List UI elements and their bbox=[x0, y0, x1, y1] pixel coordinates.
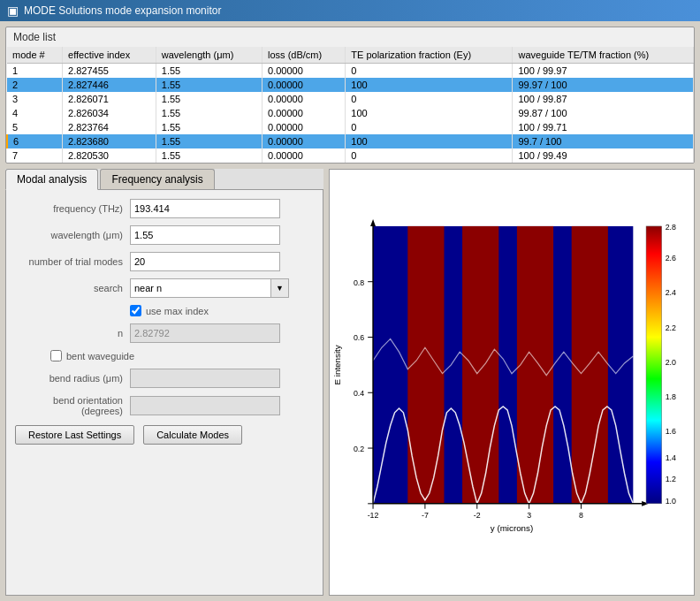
col-te-pol: TE polarization fraction (Ey) bbox=[346, 47, 513, 64]
svg-rect-3 bbox=[517, 226, 553, 504]
table-cell: 100 / 99.97 bbox=[513, 64, 694, 79]
table-cell: 0.00000 bbox=[262, 134, 346, 148]
svg-text:-12: -12 bbox=[368, 512, 379, 521]
table-row[interactable]: 32.8260711.550.000000100 / 99.87 bbox=[7, 92, 694, 106]
svg-text:3: 3 bbox=[527, 512, 531, 521]
wavelength-row: wavelength (μm) bbox=[15, 225, 314, 245]
mode-plot: -12 -7 -2 3 8 y (microns) bbox=[330, 170, 694, 595]
table-cell: 99.7 / 100 bbox=[513, 134, 694, 148]
dropdown-arrow-icon[interactable]: ▼ bbox=[271, 278, 289, 298]
table-cell: 99.87 / 100 bbox=[513, 106, 694, 120]
bend-radius-input[interactable] bbox=[130, 369, 280, 388]
col-wavelength: wavelength (μm) bbox=[156, 47, 262, 64]
frequency-input[interactable] bbox=[130, 199, 280, 218]
svg-text:0.2: 0.2 bbox=[354, 445, 364, 453]
table-cell: 100 bbox=[346, 78, 513, 92]
col-loss: loss (dB/cm) bbox=[262, 47, 346, 64]
col-eff-index: effective index bbox=[63, 47, 156, 64]
left-panel: Modal analysis Frequency analysis freque… bbox=[5, 169, 323, 596]
search-select[interactable]: near n bbox=[130, 278, 271, 298]
table-cell: 99.97 / 100 bbox=[513, 78, 694, 92]
search-label: search bbox=[15, 283, 130, 293]
table-cell: 3 bbox=[7, 92, 63, 106]
table-cell: 0.00000 bbox=[262, 148, 346, 163]
app-icon: ▣ bbox=[7, 4, 19, 18]
table-cell: 0 bbox=[346, 148, 513, 163]
svg-text:E intensity: E intensity bbox=[332, 345, 342, 384]
table-row[interactable]: 72.8205301.550.000000100 / 99.49 bbox=[7, 148, 694, 163]
svg-text:-2: -2 bbox=[474, 512, 481, 521]
n-label: n bbox=[15, 328, 130, 339]
table-cell: 6 bbox=[7, 134, 63, 148]
table-cell: 100 bbox=[346, 106, 513, 120]
tab-modal-analysis[interactable]: Modal analysis bbox=[5, 169, 98, 190]
bend-orientation-row: bend orientation (degrees) bbox=[15, 395, 314, 416]
tabs-bar: Modal analysis Frequency analysis bbox=[5, 169, 323, 190]
svg-marker-8 bbox=[370, 219, 376, 226]
n-input[interactable] bbox=[130, 323, 280, 343]
svg-text:8: 8 bbox=[579, 512, 583, 521]
bend-radius-row: bend radius (μm) bbox=[15, 369, 314, 388]
table-cell: 0.00000 bbox=[262, 120, 346, 134]
table-cell: 2 bbox=[7, 78, 63, 92]
table-cell: 2.826034 bbox=[63, 106, 156, 120]
frequency-label: frequency (THz) bbox=[15, 203, 130, 214]
bend-orientation-input[interactable] bbox=[130, 396, 280, 415]
frequency-row: frequency (THz) bbox=[15, 199, 314, 218]
svg-text:2.0: 2.0 bbox=[666, 358, 676, 367]
table-cell: 2.826071 bbox=[63, 92, 156, 106]
table-cell: 1.55 bbox=[156, 120, 262, 134]
restore-settings-button[interactable]: Restore Last Settings bbox=[15, 425, 134, 445]
mode-list-panel: Mode list mode # effective index wavelen… bbox=[5, 27, 695, 164]
table-cell: 0.00000 bbox=[262, 106, 346, 120]
table-cell: 2.823764 bbox=[63, 120, 156, 134]
svg-text:y (microns): y (microns) bbox=[491, 523, 533, 533]
svg-text:-7: -7 bbox=[422, 512, 429, 521]
trial-modes-row: number of trial modes bbox=[15, 252, 314, 271]
wavelength-input[interactable] bbox=[130, 225, 280, 245]
svg-text:2.8: 2.8 bbox=[666, 223, 676, 232]
table-cell: 1.55 bbox=[156, 78, 262, 92]
trial-modes-input[interactable] bbox=[130, 252, 280, 271]
table-cell: 0.00000 bbox=[262, 92, 346, 106]
tab-frequency-analysis[interactable]: Frequency analysis bbox=[100, 169, 214, 189]
bent-waveguide-row: bent waveguide bbox=[50, 350, 314, 361]
wavelength-label: wavelength (μm) bbox=[15, 230, 130, 240]
svg-rect-4 bbox=[572, 226, 608, 504]
svg-text:2.4: 2.4 bbox=[666, 288, 676, 297]
calculate-modes-button[interactable]: Calculate Modes bbox=[143, 425, 242, 445]
use-max-index-row: use max index bbox=[130, 305, 314, 316]
svg-text:0.8: 0.8 bbox=[354, 278, 364, 287]
table-row[interactable]: 52.8237641.550.000000100 / 99.71 bbox=[7, 120, 694, 134]
svg-text:1.6: 1.6 bbox=[666, 427, 676, 436]
table-row[interactable]: 62.8236801.550.0000010099.7 / 100 bbox=[7, 134, 694, 148]
n-value-row: n bbox=[15, 323, 314, 343]
use-max-index-checkbox[interactable] bbox=[130, 305, 141, 316]
mode-table: mode # effective index wavelength (μm) l… bbox=[6, 47, 694, 163]
mode-list-title: Mode list bbox=[6, 27, 694, 47]
table-cell: 1.55 bbox=[156, 148, 262, 163]
col-wg-frac: waveguide TE/TM fraction (%) bbox=[513, 47, 694, 64]
bent-waveguide-checkbox[interactable] bbox=[50, 350, 62, 361]
table-cell: 1.55 bbox=[156, 134, 262, 148]
table-row[interactable]: 22.8274461.550.0000010099.97 / 100 bbox=[7, 78, 694, 92]
table-row[interactable]: 12.8274551.550.000000100 / 99.97 bbox=[7, 64, 694, 79]
table-cell: 100 / 99.71 bbox=[513, 120, 694, 134]
table-cell: 100 bbox=[346, 134, 513, 148]
table-cell: 1 bbox=[7, 64, 63, 79]
table-cell: 4 bbox=[7, 106, 63, 120]
table-cell: 1.55 bbox=[156, 92, 262, 106]
table-row[interactable]: 42.8260341.550.0000010099.87 / 100 bbox=[7, 106, 694, 120]
title-text: MODE Solutions mode expansion monitor bbox=[24, 4, 221, 17]
table-cell: 0.00000 bbox=[262, 64, 346, 79]
svg-text:2.2: 2.2 bbox=[666, 323, 676, 332]
svg-text:2.6: 2.6 bbox=[666, 254, 676, 262]
table-cell: 0.00000 bbox=[262, 78, 346, 92]
table-cell: 0 bbox=[346, 92, 513, 106]
search-row: search near n ▼ bbox=[15, 278, 314, 298]
svg-rect-30 bbox=[646, 226, 662, 504]
table-cell: 7 bbox=[7, 148, 63, 163]
title-bar: ▣ MODE Solutions mode expansion monitor bbox=[0, 0, 700, 21]
trial-modes-label: number of trial modes bbox=[15, 256, 130, 267]
table-cell: 2.820530 bbox=[63, 148, 156, 163]
